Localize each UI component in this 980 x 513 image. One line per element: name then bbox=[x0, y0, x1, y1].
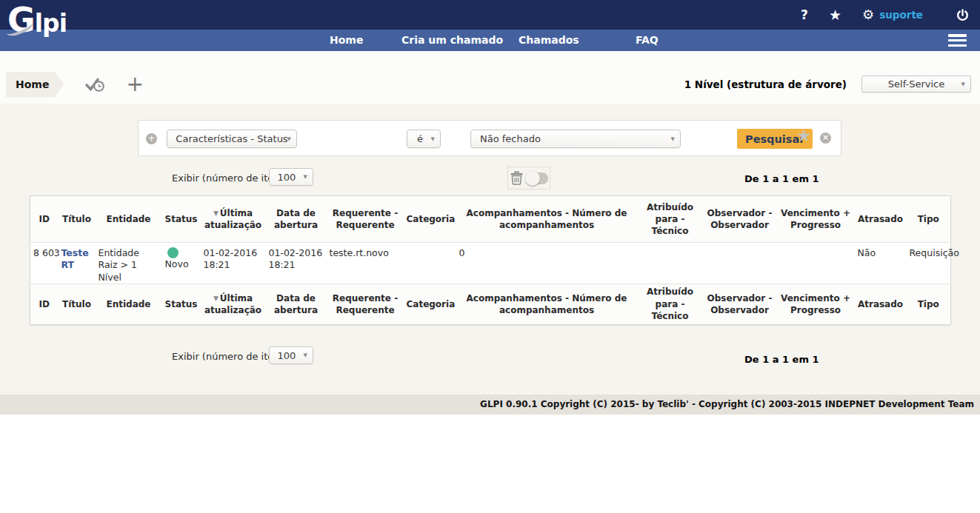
list-controls-top: Exibir (número de itens) 100 ▼ De 1 a 1 … bbox=[0, 166, 980, 191]
session-toolbar: 1 Nível (estrutura de árvore) Self-Servi… bbox=[684, 76, 971, 93]
col-header-category[interactable]: Categoria bbox=[404, 196, 456, 243]
reset-search-button[interactable]: × bbox=[820, 133, 831, 144]
cell-open-date: 01-02-2016 18:21 bbox=[266, 243, 327, 284]
col-footer-last-update[interactable]: ▼Última atualização bbox=[201, 284, 266, 324]
massive-actions-box bbox=[507, 167, 550, 190]
col-footer-due-progress[interactable]: Vencimento + Progresso bbox=[777, 284, 855, 324]
list-controls-bottom: Exibir (número de itens) 100 ▼ De 1 a 1 … bbox=[0, 344, 980, 369]
items-per-page-select[interactable]: 100 ▼ bbox=[269, 168, 313, 186]
profile-select-value: Self-Service bbox=[888, 78, 944, 90]
col-footer-id[interactable]: ID bbox=[30, 284, 59, 324]
pagination-range: De 1 a 1 em 1 bbox=[744, 354, 819, 365]
col-footer-observer[interactable]: Observador - Observador bbox=[703, 284, 777, 324]
toggle-knob bbox=[525, 171, 540, 186]
cell-title: Teste RT bbox=[59, 243, 96, 284]
view-mode-label: 1 Nível (estrutura de árvore) bbox=[684, 78, 847, 90]
col-header-followups[interactable]: Acompanhamentos - Número de acompanhamen… bbox=[456, 196, 638, 243]
profile-select[interactable]: Self-Service ▼ bbox=[861, 76, 971, 93]
table-row: 8 603 Teste RT Entidade Raiz > 1 Nível N… bbox=[30, 243, 951, 284]
breadcrumb-home[interactable]: Home bbox=[6, 72, 64, 98]
chevron-down-icon: ▼ bbox=[961, 81, 965, 87]
table-footer-header-row: ID Título Entidade Status ▼Última atuali… bbox=[30, 284, 951, 324]
col-footer-assigned-tech[interactable]: Atribuído para - Técnico bbox=[638, 284, 703, 324]
gear-icon: ⚙ bbox=[862, 8, 874, 21]
criteria-field-select[interactable]: Características - Status ▼ bbox=[167, 130, 297, 148]
cell-late: Não bbox=[855, 243, 907, 284]
sort-desc-icon: ▼ bbox=[213, 209, 219, 217]
col-header-status[interactable]: Status bbox=[162, 196, 201, 243]
delete-button[interactable] bbox=[510, 171, 523, 185]
col-header-observer[interactable]: Observador - Observador bbox=[703, 196, 777, 243]
col-footer-open-date[interactable]: Data de abertura bbox=[266, 284, 327, 324]
menu-hamburger-icon[interactable] bbox=[948, 34, 967, 47]
cell-followups: 0 bbox=[456, 243, 638, 284]
nav-item-create-ticket[interactable]: Cria um chamado bbox=[401, 30, 503, 51]
col-footer-followups[interactable]: Acompanhamentos - Número de acompanhamen… bbox=[456, 284, 638, 324]
chevron-down-icon: ▼ bbox=[431, 136, 435, 142]
status-label: Novo bbox=[165, 258, 189, 270]
glpi-logo[interactable]: Glpi bbox=[7, 3, 67, 37]
bookmark-star-icon[interactable]: ★ bbox=[829, 8, 841, 22]
cell-assigned-tech bbox=[638, 243, 703, 284]
col-footer-entity[interactable]: Entidade bbox=[96, 284, 162, 324]
logout-button[interactable] bbox=[956, 8, 970, 22]
chevron-down-icon: ▼ bbox=[671, 136, 675, 142]
add-criteria-button[interactable]: + bbox=[146, 133, 157, 144]
col-header-due-progress[interactable]: Vencimento + Progresso bbox=[777, 196, 855, 243]
cell-observer bbox=[703, 243, 777, 284]
chevron-down-icon: ▼ bbox=[304, 174, 307, 180]
select-all-toggle[interactable] bbox=[527, 172, 548, 184]
col-header-title[interactable]: Título bbox=[59, 196, 96, 243]
star-icon: ★ bbox=[796, 126, 812, 145]
nav-item-home[interactable]: Home bbox=[330, 30, 363, 51]
criteria-operator-select[interactable]: é ▼ bbox=[407, 130, 441, 148]
col-header-open-date[interactable]: Data de abertura bbox=[266, 196, 327, 243]
col-footer-requester[interactable]: Requerente - Requerente bbox=[327, 284, 404, 324]
saved-searches-button[interactable] bbox=[84, 76, 105, 93]
col-header-entity[interactable]: Entidade bbox=[96, 196, 162, 243]
logo-text: lpi bbox=[35, 9, 67, 38]
col-header-requester[interactable]: Requerente - Requerente bbox=[327, 196, 404, 243]
table-header-row: ID Título Entidade Status ▼Última atuali… bbox=[30, 196, 951, 243]
copyright-text: GLPI 0.90.1 Copyright (C) 2015- by Tecli… bbox=[480, 395, 974, 415]
status-new-icon bbox=[167, 247, 179, 258]
support-link[interactable]: ⚙ suporte bbox=[862, 8, 923, 21]
col-footer-late[interactable]: Atrasado bbox=[855, 284, 907, 324]
col-header-id[interactable]: ID bbox=[30, 196, 59, 243]
add-item-button[interactable]: + bbox=[126, 74, 143, 95]
col-header-assigned-tech[interactable]: Atribuído para - Técnico bbox=[638, 196, 703, 243]
items-per-page-value: 100 bbox=[278, 350, 296, 361]
col-header-type[interactable]: Tipo bbox=[907, 196, 951, 243]
ticket-link[interactable]: Teste RT bbox=[61, 247, 89, 270]
cell-id: 8 603 bbox=[30, 243, 59, 284]
cell-requester: teste.rt.novo bbox=[327, 243, 404, 284]
trash-icon bbox=[510, 171, 523, 185]
items-per-page-select[interactable]: 100 ▼ bbox=[269, 346, 313, 364]
glpi-app: Glpi ? ★ ⚙ suporte Home Cria um chamado … bbox=[0, 0, 980, 513]
nav-item-faq[interactable]: FAQ bbox=[636, 30, 659, 51]
help-icon[interactable]: ? bbox=[801, 9, 808, 21]
col-header-late[interactable]: Atrasado bbox=[855, 196, 907, 243]
criteria-operator-value: é bbox=[417, 133, 423, 144]
col-header-last-update[interactable]: ▼Última atualização bbox=[201, 196, 266, 243]
criteria-value-select[interactable]: Não fechado ▼ bbox=[470, 130, 681, 148]
chevron-down-icon: ▼ bbox=[287, 136, 291, 142]
chevron-down-icon: ▼ bbox=[304, 352, 307, 358]
cell-due-progress bbox=[777, 243, 855, 284]
support-label: suporte bbox=[879, 9, 923, 21]
criteria-value-text: Não fechado bbox=[480, 133, 541, 144]
col-footer-status[interactable]: Status bbox=[162, 284, 201, 324]
cell-category bbox=[404, 243, 456, 284]
topbar-actions: ? ★ ⚙ suporte bbox=[801, 0, 970, 30]
col-footer-category[interactable]: Categoria bbox=[404, 284, 456, 324]
save-search-button[interactable]: ★ bbox=[796, 127, 812, 144]
col-footer-type[interactable]: Tipo bbox=[907, 284, 951, 324]
col-footer-title[interactable]: Título bbox=[59, 284, 96, 324]
check-clock-icon bbox=[84, 76, 105, 93]
nav-item-tickets[interactable]: Chamados bbox=[519, 30, 579, 51]
pagination-range: De 1 a 1 em 1 bbox=[744, 173, 819, 184]
items-per-page-value: 100 bbox=[278, 172, 296, 183]
cell-entity: Entidade Raiz > 1 Nível bbox=[96, 243, 162, 284]
cell-last-update: 01-02-2016 18:21 bbox=[201, 243, 266, 284]
plus-icon: + bbox=[147, 133, 155, 144]
